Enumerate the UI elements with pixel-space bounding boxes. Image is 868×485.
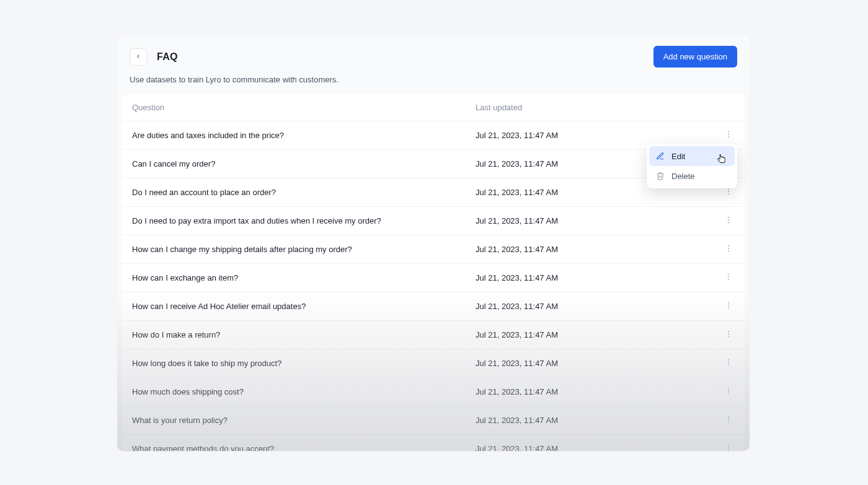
dots-vertical-icon [724, 187, 733, 198]
row-question: Do I need an account to place an order? [131, 188, 476, 197]
svg-point-19 [728, 305, 729, 306]
dots-vertical-icon [724, 415, 733, 426]
svg-point-1 [728, 134, 729, 135]
row-menu-button[interactable] [721, 242, 736, 257]
svg-point-24 [728, 359, 729, 360]
table-row[interactable]: What is your return policy?Jul 21, 2023,… [122, 406, 745, 435]
svg-point-18 [728, 302, 729, 304]
row-updated: Jul 21, 2023, 11:47 AM [476, 302, 699, 311]
svg-point-27 [728, 388, 729, 389]
svg-point-34 [728, 447, 729, 448]
svg-point-22 [728, 333, 729, 334]
row-actions [699, 271, 736, 286]
row-updated: Jul 21, 2023, 11:47 AM [476, 216, 699, 225]
row-menu-button[interactable] [721, 128, 736, 143]
svg-point-20 [728, 307, 729, 308]
row-question: What payment methods do you accept? [131, 444, 476, 451]
dots-vertical-icon [724, 244, 733, 255]
dots-vertical-icon [724, 130, 733, 141]
table-row[interactable]: How much does shipping cost?Jul 21, 2023… [122, 378, 745, 406]
row-menu-button[interactable] [721, 413, 736, 428]
row-updated: Jul 21, 2023, 11:47 AM [476, 359, 699, 368]
svg-point-15 [728, 274, 729, 275]
dots-vertical-icon [724, 443, 733, 451]
row-actions [699, 385, 736, 400]
dots-vertical-icon [724, 387, 733, 397]
svg-point-10 [728, 219, 729, 221]
row-question: Are duties and taxes included in the pri… [131, 131, 476, 140]
table-header: Question Last updated [122, 94, 745, 121]
row-menu-button[interactable] [721, 214, 736, 229]
svg-point-13 [728, 248, 729, 249]
table-row[interactable]: What payment methods do you accept?Jul 2… [122, 435, 745, 451]
faq-card: FAQ Add new question Use datasets to tra… [117, 35, 750, 451]
svg-point-14 [728, 250, 729, 251]
row-actions [699, 214, 736, 229]
card-header: FAQ Add new question [117, 35, 750, 68]
pointer-cursor-icon [716, 153, 727, 168]
svg-point-33 [728, 445, 729, 446]
row-question: How can I change my shipping details aft… [131, 245, 476, 254]
context-menu-edit-label: Edit [671, 152, 685, 161]
row-actions [699, 128, 736, 143]
row-question: Can I cancel my order? [131, 159, 476, 168]
dots-vertical-icon [724, 358, 733, 369]
table-row[interactable]: How can I exchange an item?Jul 21, 2023,… [122, 264, 745, 292]
row-updated: Jul 21, 2023, 11:47 AM [476, 444, 699, 451]
chevron-left-icon [135, 52, 141, 61]
row-actions [699, 356, 736, 371]
svg-point-16 [728, 276, 729, 277]
row-question: How can I receive Ad Hoc Atelier email u… [131, 302, 476, 311]
svg-point-17 [728, 279, 729, 280]
svg-point-0 [728, 131, 729, 133]
svg-point-9 [728, 217, 729, 218]
svg-point-32 [728, 421, 729, 422]
svg-point-25 [728, 362, 729, 363]
trash-icon [655, 171, 665, 181]
table-row[interactable]: How do I make a return?Jul 21, 2023, 11:… [122, 321, 745, 349]
table-row[interactable]: How can I receive Ad Hoc Atelier email u… [122, 292, 745, 321]
row-menu-button[interactable] [721, 356, 736, 371]
svg-point-11 [728, 222, 729, 223]
svg-point-21 [728, 331, 729, 332]
svg-point-29 [728, 393, 729, 394]
svg-point-23 [728, 336, 729, 337]
context-menu-delete-label: Delete [671, 172, 695, 181]
row-menu-button[interactable] [721, 271, 736, 286]
add-question-button[interactable]: Add new question [653, 46, 737, 68]
svg-point-12 [728, 245, 729, 247]
dots-vertical-icon [724, 273, 733, 283]
page-title: FAQ [157, 51, 178, 63]
svg-point-30 [728, 416, 729, 417]
context-menu-delete[interactable]: Delete [649, 166, 735, 186]
row-menu-button[interactable] [721, 442, 736, 452]
svg-point-2 [728, 136, 729, 138]
row-updated: Jul 21, 2023, 11:47 AM [476, 131, 699, 140]
row-question: How can I exchange an item? [131, 273, 476, 282]
row-question: What is your return policy? [131, 416, 476, 425]
back-button[interactable] [130, 48, 147, 66]
svg-point-28 [728, 390, 729, 391]
pencil-icon [655, 151, 665, 161]
table-row[interactable]: How long does it take to ship my product… [122, 349, 745, 378]
row-updated: Jul 21, 2023, 11:47 AM [476, 273, 699, 282]
row-question: Do I need to pay extra import tax and du… [131, 216, 476, 225]
row-updated: Jul 21, 2023, 11:47 AM [476, 330, 699, 339]
dots-vertical-icon [724, 216, 733, 226]
row-actions [699, 413, 736, 428]
row-actions [699, 242, 736, 257]
svg-point-35 [728, 450, 729, 451]
row-menu-button[interactable] [721, 385, 736, 400]
col-header-question: Question [131, 103, 476, 112]
svg-point-26 [728, 364, 729, 365]
svg-point-6 [728, 188, 729, 190]
row-actions [699, 328, 736, 343]
page-subtitle: Use datasets to train Lyro to communicat… [117, 68, 750, 94]
table-row[interactable]: Do I need to pay extra import tax and du… [122, 207, 745, 235]
dots-vertical-icon [724, 301, 733, 312]
row-menu-button[interactable] [721, 299, 736, 314]
row-menu-button[interactable] [721, 328, 736, 343]
table-row[interactable]: How can I change my shipping details aft… [122, 235, 745, 264]
svg-point-31 [728, 419, 729, 420]
row-question: How long does it take to ship my product… [131, 359, 476, 368]
